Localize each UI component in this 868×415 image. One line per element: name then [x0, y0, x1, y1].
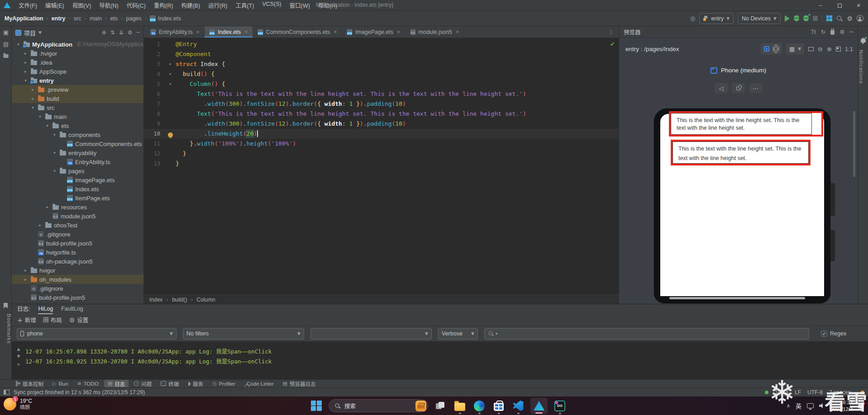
- locate-file-icon[interactable]: ⊕: [102, 29, 106, 36]
- close-icon[interactable]: ✕: [244, 30, 248, 34]
- project-panel-title[interactable]: 项目: [24, 28, 36, 37]
- close-icon[interactable]: ✕: [397, 30, 401, 34]
- previewer-settings-gear-icon[interactable]: ⚙: [839, 28, 844, 35]
- code-line[interactable]: 3▾struct Index {: [144, 59, 619, 69]
- toolwindow-button-log[interactable]: ▤预览器日志: [279, 380, 320, 388]
- log-filter-select-2[interactable]: ▼: [310, 328, 432, 340]
- tree-item[interactable]: .gitignore: [12, 230, 143, 239]
- status-widget[interactable]: 2 spaces: [829, 389, 851, 396]
- settings-gear-icon[interactable]: ⚙: [847, 15, 853, 22]
- file-explorer-icon[interactable]: [453, 397, 467, 415]
- collapse-all-icon[interactable]: ⇊: [119, 29, 124, 36]
- menu-item[interactable]: 重构(R): [150, 0, 176, 10]
- breadcrumb-item[interactable]: entry: [52, 15, 66, 22]
- datagrip-icon[interactable]: DG: [553, 397, 567, 415]
- editor-tab[interactable]: EntryAbility.ts✕: [146, 26, 205, 38]
- tree-item[interactable]: module.json5: [12, 212, 143, 221]
- log-next-icon[interactable]: ▼: [17, 354, 20, 358]
- status-widget[interactable]: LF: [795, 389, 801, 396]
- tree-item[interactable]: ▾entry: [12, 76, 143, 85]
- editor-tab[interactable]: Index.ets✕: [205, 26, 253, 38]
- preview-more-button[interactable]: ⋯: [749, 83, 762, 93]
- plugin-inspector-icon[interactable]: [830, 30, 835, 35]
- tree-item[interactable]: EntryAbility.ts: [12, 157, 143, 166]
- code-editor[interactable]: 1@Entry2@Component3▾struct Index {4▾ bui…: [144, 38, 619, 295]
- folder-toolwindow-icon[interactable]: [0, 50, 12, 61]
- tree-item[interactable]: ▸resources: [12, 203, 143, 212]
- vscode-icon[interactable]: [511, 397, 525, 415]
- log-tab[interactable]: HiLog: [38, 306, 53, 314]
- inspection-ok-icon[interactable]: ✔: [610, 41, 615, 47]
- bookmark-icon[interactable]: [4, 303, 8, 308]
- close-icon[interactable]: ✕: [456, 30, 459, 34]
- zoom-out-icon[interactable]: ⊖: [818, 46, 823, 52]
- layers-icon[interactable]: [773, 46, 779, 52]
- project-toolwindow-icon[interactable]: ▣: [0, 26, 12, 38]
- tree-item[interactable]: ▾MyApplicationE:\HarmonyOS\MyApplicatio: [12, 40, 143, 49]
- regex-checkbox[interactable]: ✓: [821, 330, 827, 337]
- editor-breadcrumb-item[interactable]: Index: [149, 297, 162, 303]
- editor-tab[interactable]: CommonComponents.ets✕: [253, 26, 342, 38]
- tree-chevron-icon[interactable]: ▸: [30, 96, 36, 101]
- account-avatar[interactable]: [857, 15, 863, 22]
- toolwindow-button-branch[interactable]: 版本控制: [12, 380, 47, 388]
- log-layout-button[interactable]: 布局: [43, 316, 62, 324]
- run-button[interactable]: [785, 15, 790, 22]
- preview-vertical-scrollbar[interactable]: [853, 111, 855, 177]
- bookmarks-toolwindow-tab[interactable]: Bookmarks: [0, 312, 12, 344]
- tree-chevron-icon[interactable]: ▸: [44, 205, 50, 209]
- debug-button[interactable]: [794, 15, 799, 21]
- tree-chevron-icon[interactable]: ▾: [37, 114, 43, 119]
- menu-item[interactable]: 导航(N): [95, 0, 122, 10]
- hide-previewer-icon[interactable]: ─: [849, 28, 853, 35]
- notifications-toolwindow-tab[interactable]: Notifications: [858, 50, 864, 84]
- log-more-icon[interactable]: »: [17, 361, 20, 368]
- device-select[interactable]: No Devices ▼: [738, 13, 781, 24]
- log-level-select[interactable]: Verbose▼: [438, 328, 478, 340]
- breadcrumb-item[interactable]: main: [90, 15, 102, 22]
- code-line[interactable]: 7 .width(300).fontSize(12).border({ widt…: [144, 99, 619, 109]
- status-widget[interactable]: UTF-8: [807, 389, 823, 396]
- toolwindow-button-terminal[interactable]: ›_终端: [157, 380, 182, 388]
- notifications-bell-icon[interactable]: [861, 38, 866, 42]
- breadcrumb-item[interactable]: ets: [110, 15, 118, 22]
- code-line[interactable]: 4▾ build() {: [144, 69, 619, 79]
- toolwindow-button-lint[interactable]: Code Linter: [241, 381, 277, 387]
- toolwindow-button-log[interactable]: ▤日志: [104, 380, 129, 388]
- grid-view-icon[interactable]: ▦: [789, 46, 795, 52]
- breadcrumb-item[interactable]: src: [74, 15, 81, 22]
- tree-item[interactable]: CommonComponents.ets: [12, 139, 143, 148]
- minimize-button[interactable]: ─: [811, 0, 830, 11]
- toolwindow-button-profiler[interactable]: ◷Profiler: [209, 380, 239, 387]
- tree-item[interactable]: Index.ets: [12, 184, 143, 193]
- expand-all-icon[interactable]: ⇅: [110, 29, 115, 36]
- tree-chevron-icon[interactable]: ▾: [52, 169, 57, 173]
- taskbar-search[interactable]: 搜索: [329, 399, 428, 412]
- stop-button[interactable]: [813, 16, 818, 21]
- task-view-button[interactable]: [433, 397, 448, 415]
- toolwindow-switcher-icon[interactable]: [4, 390, 10, 395]
- menu-item[interactable]: 窗口(W): [286, 0, 314, 10]
- tree-item[interactable]: ▾pages: [12, 166, 143, 175]
- tree-item[interactable]: ▾main: [12, 112, 143, 121]
- microsoft-store-icon[interactable]: [491, 397, 506, 415]
- tree-chevron-icon[interactable]: ▾: [52, 132, 57, 137]
- editor-tab[interactable]: ImagePage.ets✕: [342, 26, 405, 38]
- volume-icon[interactable]: [819, 403, 825, 409]
- code-line[interactable]: 5▾ Column() {: [144, 79, 619, 89]
- device-filter-select[interactable]: phone ▼: [17, 328, 176, 340]
- maximize-button[interactable]: [830, 0, 849, 11]
- close-button[interactable]: ✕: [849, 0, 868, 11]
- menu-item[interactable]: 代码(C): [123, 0, 149, 10]
- tree-item[interactable]: ▾src: [12, 103, 143, 112]
- breadcrumb-item[interactable]: MyApplication: [5, 15, 43, 22]
- panel-options-gear-icon[interactable]: ⚙: [128, 29, 133, 36]
- preview-back-button[interactable]: ◁: [715, 83, 728, 93]
- editor-options-kebab-icon[interactable]: ⋮: [604, 26, 619, 38]
- toolwindow-button-run[interactable]: ▷Run: [49, 380, 72, 387]
- zoom-in-icon[interactable]: ⊕: [827, 46, 832, 52]
- run-configuration-select[interactable]: entry ▼: [699, 13, 734, 24]
- menu-item[interactable]: 工具(T): [232, 0, 258, 10]
- log-line[interactable]: 12-07 16:25:07.898 13320-20780 I A0c0d0/…: [25, 347, 272, 357]
- status-widget[interactable]: 10:24: [775, 389, 788, 396]
